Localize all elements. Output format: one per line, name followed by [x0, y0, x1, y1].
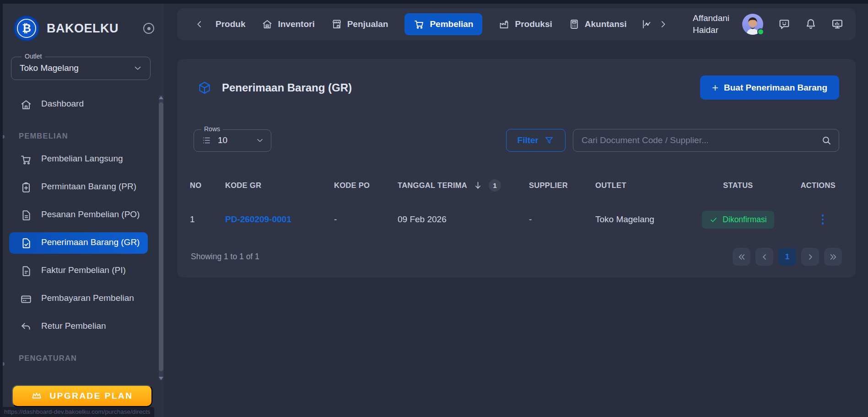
nav-item-label: Akuntansi [585, 19, 627, 29]
filter-button[interactable]: Filter [506, 129, 566, 152]
scrollbar-thumb[interactable] [159, 102, 163, 371]
outlet-value: Toko Magelang [20, 63, 79, 73]
crown-icon [31, 390, 42, 401]
status-badge: Dikonfirmasi [702, 211, 774, 229]
sidebar-collapse-icon[interactable] [143, 23, 154, 34]
pagination-summary: Showing 1 to 1 of 1 [191, 252, 259, 262]
chart-icon[interactable] [642, 19, 652, 30]
outlet-selector[interactable]: Outlet Toko Magelang [11, 57, 151, 80]
row-actions-kebab-icon[interactable] [820, 213, 826, 226]
check-icon [709, 215, 718, 224]
chevron-down-icon [255, 136, 264, 145]
upgrade-plan-label: UPGRADE PLAN [49, 391, 133, 401]
nav-item-label: Produk [216, 19, 245, 29]
table-controls: Rows 10 Filter [194, 129, 839, 152]
nav-item-label: Produksi [515, 19, 552, 29]
sidebar-item-label: Penerimaan Barang (GR) [41, 237, 140, 248]
nav-scroll-left-icon[interactable] [194, 19, 205, 29]
sidebar-item-pembelian-langsung[interactable]: Pembelian Langsung [9, 149, 148, 170]
sidebar-item-label: Retur Pembelian [41, 321, 106, 332]
sidebar-item-pesanan-pembelian[interactable]: Pesanan Pembelian (PO) [9, 204, 148, 226]
col-header-outlet[interactable]: OUTLET [595, 181, 699, 190]
sidebar-item-retur-pembelian[interactable]: Retur Pembelian [9, 316, 148, 337]
window-edge-left [0, 0, 3, 417]
sidebar-item-dashboard[interactable]: Dashboard [9, 94, 148, 115]
page-number-button[interactable]: 1 [778, 248, 796, 266]
nav-item-label: Inventori [278, 19, 314, 29]
nav-item-akuntansi[interactable]: Akuntansi [569, 19, 627, 30]
sidebar-item-label: Pesanan Pembelian (PO) [41, 209, 140, 220]
scrollbar-up-arrow[interactable] [159, 96, 163, 99]
clipboard-plus-icon [20, 182, 32, 193]
search-wrap [573, 129, 839, 152]
rows-per-page-select[interactable]: Rows 10 [194, 129, 271, 152]
file-check-icon [20, 237, 32, 249]
user-cluster: Affandani Haidar [693, 12, 844, 36]
nav-item-produk[interactable]: Produk [216, 19, 245, 29]
brand-logo: ₿ [14, 16, 39, 41]
prev-page-button[interactable] [755, 248, 773, 266]
funnel-icon [544, 135, 554, 145]
nav-item-inventori[interactable]: Inventori [262, 19, 314, 30]
brand-name: BAKOELKU [47, 21, 119, 36]
col-header-tanggal-terima[interactable]: TANGGAL TERIMA 1 [398, 179, 529, 192]
card-header: Penerimaan Barang (GR) + Buat Penerimaan… [177, 59, 856, 100]
monitor-activity-icon[interactable] [831, 18, 844, 31]
outlet-label: Outlet [22, 53, 45, 60]
col-header-no[interactable]: NO [190, 181, 225, 190]
window-edge-top [0, 0, 868, 4]
search-icon[interactable] [821, 135, 832, 146]
col-header-kode-gr[interactable]: KODE GR [225, 181, 334, 190]
pagination: 1 [733, 248, 842, 266]
cell-kode-po: - [334, 214, 398, 225]
cell-no: 1 [190, 214, 225, 225]
rows-label: Rows [201, 125, 223, 133]
col-header-kode-po[interactable]: KODE PO [334, 181, 398, 190]
sidebar-item-penerimaan-barang[interactable]: Penerimaan Barang (GR) [9, 232, 148, 254]
col-header-status[interactable]: STATUS [699, 181, 777, 190]
rows-value: 10 [218, 135, 227, 145]
nav-item-pembelian[interactable]: Pembelian [404, 13, 482, 35]
file-lines-icon [20, 209, 32, 221]
sidebar-item-pembayaran-pembelian[interactable]: Pembayaran Pembelian [9, 288, 148, 310]
col-header-supplier[interactable]: SUPPLIER [529, 181, 595, 190]
col-header-label: TANGGAL TERIMA [398, 181, 467, 190]
notifications-bell-icon[interactable] [804, 18, 817, 31]
sidebar-section-pengaturan: PENGATURAN [19, 354, 164, 363]
cart-icon [20, 154, 32, 166]
plus-icon: + [712, 81, 718, 94]
upgrade-plan-button[interactable]: UPGRADE PLAN [12, 385, 152, 407]
scrollbar-down-arrow[interactable] [159, 377, 163, 380]
user-name[interactable]: Affandani Haidar [693, 12, 729, 36]
sidebar-item-faktur-pembelian[interactable]: Faktur Pembelian (PI) [9, 260, 148, 282]
cell-supplier: - [529, 214, 595, 225]
avatar[interactable] [742, 14, 763, 35]
feedback-chat-icon[interactable] [778, 18, 791, 31]
file-invoice-icon [20, 265, 32, 277]
create-button-label: Buat Penerimaan Barang [724, 83, 827, 93]
calculator-icon [569, 19, 580, 30]
sidebar-item-permintaan-barang[interactable]: Permintaan Barang (PR) [9, 176, 148, 198]
first-page-button[interactable] [733, 248, 750, 266]
chevron-down-icon [133, 63, 143, 73]
sidebar-scrollbar[interactable] [159, 95, 163, 381]
warehouse-icon [262, 19, 273, 30]
sidebar-item-label: Pembelian Langsung [41, 153, 123, 165]
table-row: 1 PD-260209-0001 - 09 Feb 2026 - Toko Ma… [177, 203, 856, 236]
search-input[interactable] [573, 129, 839, 152]
nav-item-penjualan[interactable]: Penjualan [331, 19, 388, 30]
list-icon [201, 135, 212, 146]
create-goods-receipt-button[interactable]: + Buat Penerimaan Barang [700, 75, 839, 100]
cell-kode-gr-link[interactable]: PD-260209-0001 [225, 214, 334, 225]
nav-item-label: Pembelian [430, 19, 473, 29]
store-icon [331, 19, 342, 30]
browser-link-preview: https://dashboard-dev.bakoelku.com/purch… [0, 407, 154, 417]
home-icon [20, 99, 32, 111]
sort-desc-arrow-icon[interactable] [473, 181, 483, 190]
last-page-button[interactable] [824, 248, 842, 266]
nav-scroll-right-icon[interactable] [658, 19, 668, 29]
next-page-button[interactable] [801, 248, 819, 266]
nav-item-produksi[interactable]: Produksi [499, 19, 552, 30]
status-label: Dikonfirmasi [722, 215, 766, 225]
sidebar-item-label: Dashboard [41, 98, 84, 110]
